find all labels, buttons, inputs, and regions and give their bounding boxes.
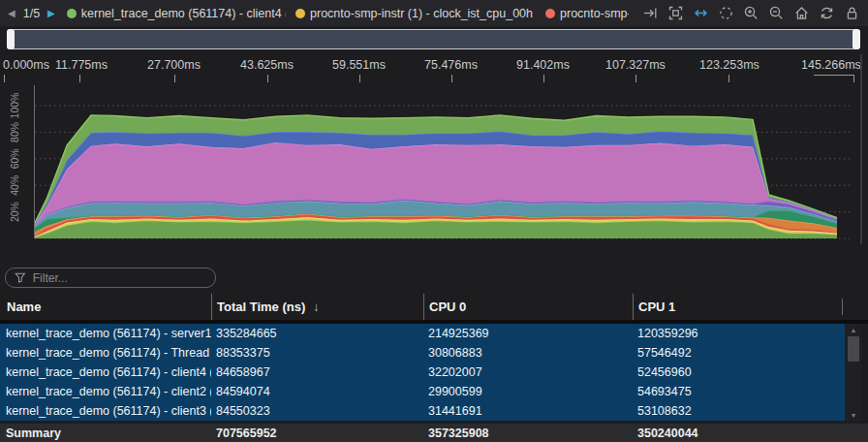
- next-page-arrow-icon[interactable]: ▶: [47, 9, 55, 18]
- time-axis-label: 27.700ms: [147, 58, 201, 72]
- summary-cpu1: 350240044: [633, 426, 868, 440]
- pan-horizontal-icon[interactable]: [693, 5, 709, 21]
- time-axis-tick: [174, 75, 175, 82]
- legend-item-1[interactable]: procnto-smp-instr (1) - clock_ist_cpu_00…: [295, 7, 536, 20]
- reset-icon[interactable]: [819, 5, 835, 21]
- table-row[interactable]: kernel_trace_demo (561174) - client3 (4)…: [0, 401, 845, 421]
- jump-to-end-icon[interactable]: [642, 5, 659, 21]
- cell-name: kernel_trace_demo (561174) - client2 (3): [0, 385, 211, 398]
- cell-name: kernel_trace_demo (561174) - client4 (5): [0, 365, 211, 379]
- column-header-total-time-ns-[interactable]: Total Time (ns)↓: [211, 294, 423, 320]
- column-header-label: Name: [7, 300, 41, 314]
- table-scrollbar[interactable]: ▲ ▼: [845, 324, 862, 421]
- time-axis-label: 123.253ms: [699, 58, 760, 72]
- cell-name: kernel_trace_demo (561174) - Thread ...: [0, 346, 211, 360]
- cell-total-time: 335284665: [211, 327, 423, 340]
- legend-dot-icon: [295, 9, 305, 18]
- column-header-name[interactable]: Name: [0, 294, 211, 320]
- scrollbar-thumb[interactable]: [848, 336, 859, 362]
- table-row[interactable]: kernel_trace_demo (561174) - Thread ...8…: [0, 343, 845, 363]
- time-axis-tick: [359, 75, 360, 82]
- filter-input[interactable]: [33, 271, 206, 285]
- scroll-up-icon[interactable]: ▲: [845, 324, 862, 335]
- column-header-cpu-0[interactable]: CPU 0: [423, 294, 633, 320]
- time-axis-tick: [853, 75, 854, 82]
- time-axis-tick: [636, 75, 636, 82]
- table-body: kernel_trace_demo (561174) - server1 ...…: [0, 324, 845, 421]
- table-row[interactable]: kernel_trace_demo (561174) - client4 (5)…: [0, 363, 845, 382]
- prev-page-arrow-icon[interactable]: ◀: [8, 9, 16, 18]
- cell-total-time: 84594074: [211, 385, 423, 398]
- zoom-in-icon[interactable]: [743, 5, 760, 21]
- time-axis-label: 0.000ms: [3, 58, 49, 72]
- legend-item-0[interactable]: kernel_trace_demo (561174) - client4 (5): [67, 7, 286, 20]
- fit-to-selection-icon[interactable]: [667, 5, 684, 21]
- column-header-label: CPU 1: [638, 300, 675, 314]
- time-axis-label: 11.775ms: [55, 58, 108, 72]
- zoom-out-icon[interactable]: [768, 5, 785, 21]
- cpu-usage-chart[interactable]: 20%40%60%80%100%: [0, 82, 868, 247]
- cell-cpu0: 32202007: [423, 365, 633, 379]
- cell-name: kernel_trace_demo (561174) - client3 (4): [0, 404, 211, 418]
- cell-cpu1: 52456960: [633, 365, 845, 379]
- time-axis-label: 75.476ms: [424, 58, 478, 72]
- svg-text:20%: 20%: [9, 202, 20, 222]
- page-indicator: 1/5: [23, 7, 40, 20]
- time-axis-tick: [4, 75, 5, 82]
- summary-row: Summary 707565952 357325908 350240044: [0, 424, 868, 442]
- toolbar: ◀ 1/5 ▶ kernel_trace_demo (561174) - cli…: [0, 0, 868, 26]
- legend-label: kernel_trace_demo (561174) - client4 (5): [81, 7, 286, 20]
- cell-cpu0: 29900599: [423, 385, 633, 398]
- scroll-down-icon[interactable]: ▼: [845, 409, 862, 421]
- toolbar-icon-group: [642, 5, 860, 21]
- range-handle-left[interactable]: [7, 29, 15, 49]
- legend-dot-icon: [67, 9, 77, 18]
- time-axis-tick: [728, 75, 729, 82]
- cell-cpu1: 57546492: [633, 346, 845, 360]
- legend-dot-icon: [545, 9, 555, 18]
- cell-total-time: 88353375: [211, 346, 423, 360]
- legend-label: procnto-smp-instr (1) - clock_ist_cpu_00…: [310, 7, 536, 20]
- time-axis: 0.000ms11.775ms27.700ms43.625ms59.551ms7…: [0, 54, 868, 82]
- cell-total-time: 84550323: [211, 404, 423, 418]
- cell-total-time: 84658967: [211, 365, 423, 379]
- cell-cpu1: 120359296: [633, 327, 845, 340]
- time-axis-endline: [814, 75, 854, 76]
- time-axis-label: 91.402ms: [516, 58, 570, 72]
- svg-text:40%: 40%: [9, 175, 20, 196]
- chart-right-border: [860, 54, 862, 244]
- trace-analysis-window: ◀ 1/5 ▶ kernel_trace_demo (561174) - cli…: [0, 0, 868, 442]
- filter-box: [5, 268, 216, 288]
- legend-item-2[interactable]: procnto-smp-i: [545, 7, 629, 20]
- table-row[interactable]: kernel_trace_demo (561174) - client2 (3)…: [0, 382, 845, 401]
- column-header-label: CPU 0: [429, 300, 466, 314]
- time-axis-tick: [267, 75, 268, 82]
- legend: kernel_trace_demo (561174) - client4 (5)…: [67, 7, 629, 20]
- time-axis-tick: [79, 75, 80, 82]
- sort-descending-icon: ↓: [313, 300, 319, 314]
- summary-total: 707565952: [211, 426, 423, 440]
- summary-name: Summary: [0, 426, 211, 440]
- range-handle-right[interactable]: [852, 29, 860, 49]
- svg-text:80%: 80%: [9, 122, 20, 142]
- time-axis-label: 145.266ms: [801, 58, 861, 72]
- time-axis-label: 59.551ms: [332, 58, 386, 72]
- select-region-icon[interactable]: [718, 5, 734, 21]
- cell-cpu0: 214925369: [423, 327, 633, 340]
- cell-cpu1: 54693475: [633, 385, 845, 398]
- time-axis-label: 107.327ms: [605, 58, 666, 72]
- home-icon[interactable]: [793, 5, 810, 21]
- column-header-label: Total Time (ns): [217, 300, 305, 314]
- cell-name: kernel_trace_demo (561174) - server1 ...: [0, 327, 211, 340]
- svg-text:100%: 100%: [9, 93, 20, 119]
- cell-cpu0: 30806883: [423, 346, 633, 360]
- table-row[interactable]: kernel_trace_demo (561174) - server1 ...…: [0, 324, 845, 343]
- lock-icon[interactable]: [844, 5, 860, 21]
- summary-cpu0: 357325908: [423, 426, 633, 440]
- cell-cpu1: 53108632: [633, 404, 845, 418]
- time-axis-tick: [543, 75, 544, 82]
- time-range-selector[interactable]: [7, 29, 860, 49]
- filter-funnel-icon: [15, 271, 26, 284]
- table-header: NameTotal Time (ns)↓CPU 0CPU 1: [0, 294, 868, 320]
- column-header-cpu-1[interactable]: CPU 1: [633, 294, 868, 320]
